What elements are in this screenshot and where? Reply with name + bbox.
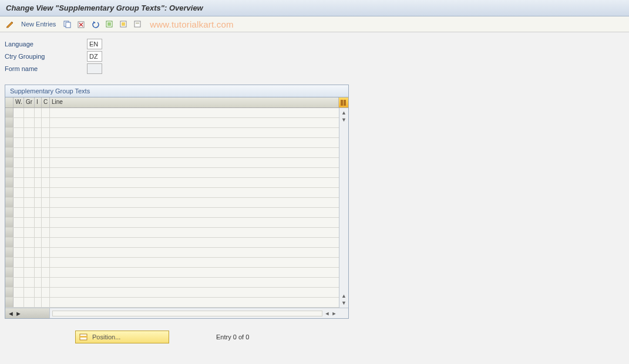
table-row[interactable] xyxy=(5,168,339,178)
cell-line[interactable] xyxy=(50,198,339,207)
table-row[interactable] xyxy=(5,208,339,218)
cell-w[interactable] xyxy=(14,268,24,277)
cell-c[interactable] xyxy=(42,218,50,227)
cell-w[interactable] xyxy=(14,108,24,117)
cell-line[interactable] xyxy=(50,108,339,117)
hscroll-left2-icon[interactable]: ◄ xyxy=(324,310,331,317)
row-selector[interactable] xyxy=(5,288,14,297)
cell-w[interactable] xyxy=(14,198,24,207)
table-row[interactable] xyxy=(5,248,339,258)
cell-i[interactable] xyxy=(35,278,42,287)
cell-i[interactable] xyxy=(35,228,42,237)
delete-icon[interactable] xyxy=(76,19,86,29)
cell-w[interactable] xyxy=(14,148,24,157)
cell-line[interactable] xyxy=(50,158,339,167)
position-button[interactable]: Position... xyxy=(75,331,169,343)
cell-c[interactable] xyxy=(42,148,50,157)
table-row[interactable] xyxy=(5,138,339,148)
row-selector[interactable] xyxy=(5,188,14,197)
cell-w[interactable] xyxy=(14,298,24,307)
row-selector[interactable] xyxy=(5,278,14,287)
cell-gr[interactable] xyxy=(24,298,35,307)
toggle-change-icon[interactable] xyxy=(5,19,15,29)
cell-c[interactable] xyxy=(42,208,50,217)
row-selector[interactable] xyxy=(5,268,14,277)
cell-line[interactable] xyxy=(50,178,339,187)
cell-i[interactable] xyxy=(35,248,42,257)
cell-i[interactable] xyxy=(35,208,42,217)
cell-w[interactable] xyxy=(14,238,24,247)
cell-w[interactable] xyxy=(14,278,24,287)
cell-gr[interactable] xyxy=(24,248,35,257)
table-row[interactable] xyxy=(5,198,339,208)
cell-gr[interactable] xyxy=(24,108,35,117)
col-c[interactable]: C xyxy=(42,97,50,107)
table-row[interactable] xyxy=(5,238,339,248)
row-selector[interactable] xyxy=(5,298,14,307)
hscroll-left-icon[interactable]: ◄ xyxy=(8,310,14,317)
cell-c[interactable] xyxy=(42,238,50,247)
undo-icon[interactable] xyxy=(90,19,100,29)
select-block-icon[interactable] xyxy=(118,19,129,29)
cell-c[interactable] xyxy=(42,128,50,137)
row-selector[interactable] xyxy=(5,168,14,177)
cell-gr[interactable] xyxy=(24,198,35,207)
cell-line[interactable] xyxy=(50,228,339,237)
cell-gr[interactable] xyxy=(24,218,35,227)
cell-gr[interactable] xyxy=(24,268,35,277)
hscroll-track[interactable] xyxy=(52,311,322,316)
col-i[interactable]: I xyxy=(35,97,42,107)
cell-line[interactable] xyxy=(50,118,339,127)
scroll-down2-icon[interactable]: ▼ xyxy=(341,299,348,306)
cell-i[interactable] xyxy=(35,118,42,127)
cell-gr[interactable] xyxy=(24,258,35,267)
cell-i[interactable] xyxy=(35,298,42,307)
select-all-icon[interactable] xyxy=(104,19,115,29)
cell-line[interactable] xyxy=(50,248,339,257)
cell-w[interactable] xyxy=(14,158,24,167)
cell-gr[interactable] xyxy=(24,278,35,287)
cell-w[interactable] xyxy=(14,138,24,147)
row-selector[interactable] xyxy=(5,258,14,267)
cell-gr[interactable] xyxy=(24,128,35,137)
cell-line[interactable] xyxy=(50,258,339,267)
cell-i[interactable] xyxy=(35,148,42,157)
cell-i[interactable] xyxy=(35,178,42,187)
cell-c[interactable] xyxy=(42,158,50,167)
cell-i[interactable] xyxy=(35,108,42,117)
cell-w[interactable] xyxy=(14,128,24,137)
hscroll-right-icon[interactable]: ► xyxy=(15,310,22,317)
row-selector[interactable] xyxy=(5,158,14,167)
vertical-scrollbar[interactable]: ▲ ▼ ▲ ▼ xyxy=(339,108,348,308)
table-row[interactable] xyxy=(5,158,339,168)
cell-c[interactable] xyxy=(42,278,50,287)
hscroll-right2-icon[interactable]: ► xyxy=(331,310,338,317)
cell-c[interactable] xyxy=(42,298,50,307)
cell-gr[interactable] xyxy=(24,138,35,147)
cell-i[interactable] xyxy=(35,218,42,227)
cell-w[interactable] xyxy=(14,218,24,227)
cell-line[interactable] xyxy=(50,298,339,307)
cell-c[interactable] xyxy=(42,168,50,177)
cell-line[interactable] xyxy=(50,188,339,197)
cell-i[interactable] xyxy=(35,288,42,297)
cell-line[interactable] xyxy=(50,218,339,227)
cell-c[interactable] xyxy=(42,118,50,127)
cell-line[interactable] xyxy=(50,148,339,157)
cell-w[interactable] xyxy=(14,208,24,217)
row-selector[interactable] xyxy=(5,218,14,227)
col-line[interactable]: Line xyxy=(50,97,339,107)
cell-c[interactable] xyxy=(42,178,50,187)
cell-gr[interactable] xyxy=(24,238,35,247)
language-input[interactable] xyxy=(87,39,102,49)
cell-w[interactable] xyxy=(14,178,24,187)
cell-c[interactable] xyxy=(42,288,50,297)
cell-w[interactable] xyxy=(14,288,24,297)
cell-gr[interactable] xyxy=(24,178,35,187)
cell-line[interactable] xyxy=(50,168,339,177)
cell-c[interactable] xyxy=(42,228,50,237)
row-selector[interactable] xyxy=(5,148,14,157)
table-row[interactable] xyxy=(5,218,339,228)
cell-gr[interactable] xyxy=(24,118,35,127)
scroll-up-icon[interactable]: ▲ xyxy=(341,109,348,116)
